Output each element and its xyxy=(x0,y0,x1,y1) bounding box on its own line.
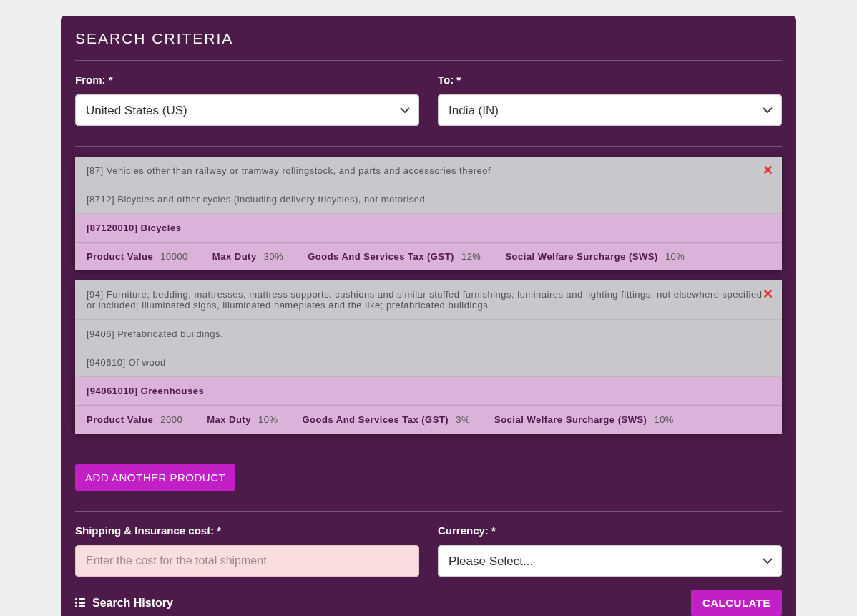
stat-label: Goods And Services Tax (GST) xyxy=(302,414,449,425)
currency-select[interactable]: Please Select... xyxy=(438,545,782,577)
stat: Product Value2000 xyxy=(87,414,182,425)
stat-value: 30% xyxy=(264,251,284,262)
stat-label: Product Value xyxy=(87,251,153,262)
product-code-row[interactable]: [94061010] Greenhouses xyxy=(75,377,782,406)
category-row[interactable]: [8712] Bicycles and other cycles (includ… xyxy=(75,185,782,214)
from-label: From: * xyxy=(75,74,419,86)
stat: Social Welfare Surcharge (SWS)10% xyxy=(505,251,685,262)
stat-value: 2000 xyxy=(160,414,182,425)
product-card: ✕[87] Vehicles other than railway or tra… xyxy=(75,157,782,270)
divider xyxy=(75,511,782,512)
divider xyxy=(75,454,782,454)
stat: Product Value10000 xyxy=(87,251,188,262)
close-icon[interactable]: ✕ xyxy=(763,164,773,177)
add-another-product-button[interactable]: ADD ANOTHER PRODUCT xyxy=(75,464,235,491)
calculate-button[interactable]: CALCULATE xyxy=(691,590,782,616)
stat-label: Goods And Services Tax (GST) xyxy=(308,251,454,262)
to-select[interactable]: India (IN) xyxy=(438,94,782,126)
divider xyxy=(75,146,782,147)
stat: Max Duty30% xyxy=(212,251,283,262)
stat-value: 10% xyxy=(258,414,278,425)
bottom-row: Search History CALCULATE xyxy=(75,590,782,616)
to-col: To: * India (IN) xyxy=(438,74,782,126)
stat: Social Welfare Surcharge (SWS)10% xyxy=(494,414,674,425)
category-row[interactable]: [94] Furniture; bedding, mattresses, mat… xyxy=(75,280,782,320)
product-card: ✕[94] Furniture; bedding, mattresses, ma… xyxy=(75,280,782,434)
stat: Goods And Services Tax (GST)12% xyxy=(308,251,481,262)
shipping-col: Shipping & Insurance cost: * xyxy=(75,524,419,577)
stat-label: Social Welfare Surcharge (SWS) xyxy=(494,414,647,425)
stat-value: 10% xyxy=(665,251,685,262)
shipping-label: Shipping & Insurance cost: * xyxy=(75,524,419,537)
cost-row: Shipping & Insurance cost: * Currency: *… xyxy=(75,524,782,577)
stat-label: Max Duty xyxy=(207,414,251,425)
product-stats-row: Product Value10000Max Duty30%Goods And S… xyxy=(75,243,782,270)
stat-label: Product Value xyxy=(87,414,153,425)
list-icon xyxy=(75,598,85,607)
from-select[interactable]: United States (US) xyxy=(75,94,419,126)
panel-title: SEARCH CRITERIA xyxy=(75,30,782,61)
to-label: To: * xyxy=(438,74,782,86)
search-history-link[interactable]: Search History xyxy=(75,597,173,610)
stat: Max Duty10% xyxy=(207,414,278,425)
shipping-cost-input[interactable] xyxy=(75,545,419,577)
stat-label: Social Welfare Surcharge (SWS) xyxy=(505,251,657,262)
stat-value: 10000 xyxy=(160,251,188,262)
currency-col: Currency: * Please Select... xyxy=(438,524,782,577)
search-history-label: Search History xyxy=(92,597,173,610)
stat-label: Max Duty xyxy=(212,251,257,262)
stat-value: 10% xyxy=(654,414,674,425)
search-criteria-panel: SEARCH CRITERIA From: * United States (U… xyxy=(61,16,796,616)
product-stats-row: Product Value2000Max Duty10%Goods And Se… xyxy=(75,406,782,434)
product-code-row[interactable]: [87120010] Bicycles xyxy=(75,214,782,243)
category-row[interactable]: [9406] Prefabricated buildings. xyxy=(75,320,782,348)
country-row: From: * United States (US) To: * India (… xyxy=(75,74,782,126)
stat: Goods And Services Tax (GST)3% xyxy=(302,414,470,425)
close-icon[interactable]: ✕ xyxy=(763,288,773,300)
from-col: From: * United States (US) xyxy=(75,74,419,126)
category-row[interactable]: [87] Vehicles other than railway or tram… xyxy=(75,157,782,185)
category-row[interactable]: [940610] Of wood xyxy=(75,348,782,377)
currency-label: Currency: * xyxy=(438,524,782,537)
stat-value: 3% xyxy=(456,414,470,425)
stat-value: 12% xyxy=(461,251,481,262)
